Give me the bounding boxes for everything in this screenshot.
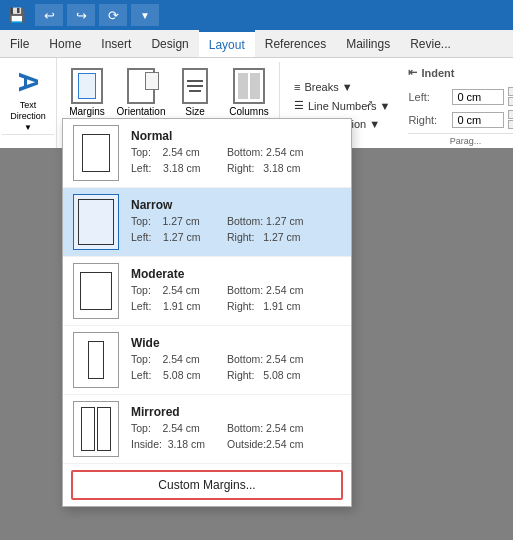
menu-home[interactable]: Home <box>39 30 91 57</box>
margin-details-normal: Normal Top: 2.54 cm Bottom: 2.54 cm Left… <box>131 129 341 177</box>
mirrored-top: Top: 2.54 cm <box>131 421 221 437</box>
indent-right-spinners: ▲ ▼ <box>508 110 513 129</box>
margin-details-wide: Wide Top: 2.54 cm Bottom: 2.54 cm Left: … <box>131 336 341 384</box>
margin-values-narrow: Top: 1.27 cm Bottom: 1.27 cm Left: 1.27 … <box>131 214 341 246</box>
margin-inner-moderate <box>80 272 112 310</box>
page-setup-expand[interactable]: ↗ <box>365 98 373 109</box>
line-numbers-label: Line Numbers ▼ <box>308 100 390 112</box>
normal-right: Right: 3.18 cm <box>227 161 301 177</box>
indent-right-up[interactable]: ▲ <box>508 110 513 119</box>
size-icon <box>182 68 208 104</box>
mirrored-page-right <box>97 407 111 451</box>
margin-icon-wide <box>73 332 119 388</box>
text-direction-button[interactable]: A Text Direction ▼ <box>2 62 54 134</box>
text-direction-group-label <box>2 134 54 136</box>
margin-details-moderate: Moderate Top: 2.54 cm Bottom: 2.54 cm Le… <box>131 267 341 315</box>
narrow-top: Top: 1.27 cm <box>131 214 221 230</box>
indent-left-down[interactable]: ▼ <box>508 97 513 106</box>
indent-icon-left: ⇤ <box>408 66 417 79</box>
margin-option-mirrored[interactable]: Mirrored Top: 2.54 cm Bottom: 2.54 cm In… <box>63 395 351 464</box>
line-numbers-icon: ☰ <box>294 99 304 112</box>
margin-details-narrow: Narrow Top: 1.27 cm Bottom: 1.27 cm Left… <box>131 198 341 246</box>
menu-design[interactable]: Design <box>141 30 198 57</box>
text-direction-icon: A <box>12 66 44 98</box>
margins-label: Margins <box>69 106 105 118</box>
moderate-right: Right: 1.91 cm <box>227 299 301 315</box>
indent-left-row: Left: ▲ ▼ <box>408 87 513 106</box>
margins-dropdown: Normal Top: 2.54 cm Bottom: 2.54 cm Left… <box>62 118 352 507</box>
save-icon[interactable]: 💾 <box>8 7 25 23</box>
indent-left-input[interactable] <box>452 89 504 105</box>
indent-right-label: Right: <box>408 114 448 126</box>
more-button[interactable]: ▼ <box>131 4 159 26</box>
menu-bar: File Home Insert Design Layout Reference… <box>0 30 513 58</box>
line-numbers-button[interactable]: ☰ Line Numbers ▼ <box>288 97 396 114</box>
normal-left: Left: 3.18 cm <box>131 161 221 177</box>
menu-file[interactable]: File <box>0 30 39 57</box>
margin-values-normal: Top: 2.54 cm Bottom: 2.54 cm Left: 3.18 … <box>131 145 341 177</box>
menu-layout[interactable]: Layout <box>199 30 255 57</box>
custom-margins-button[interactable]: Custom Margins... <box>71 470 343 500</box>
indent-label: Indent <box>421 67 454 79</box>
size-label: Size <box>185 106 204 118</box>
narrow-bottom: Bottom: 1.27 cm <box>227 214 303 230</box>
moderate-top: Top: 2.54 cm <box>131 283 221 299</box>
margin-name-wide: Wide <box>131 336 341 350</box>
margin-name-normal: Normal <box>131 129 341 143</box>
undo-button[interactable]: ↩ <box>35 4 63 26</box>
menu-insert[interactable]: Insert <box>91 30 141 57</box>
columns-icon <box>233 68 265 104</box>
breaks-label: Breaks ▼ <box>304 81 352 93</box>
mirrored-inside: Inside: 3.18 cm <box>131 437 221 453</box>
redo-button[interactable]: ↪ <box>67 4 95 26</box>
text-direction-label: Text Direction <box>6 100 50 122</box>
indent-group: ⇤ Indent Left: ▲ ▼ Right: ▲ ▼ Parag... <box>400 62 513 149</box>
margin-option-moderate[interactable]: Moderate Top: 2.54 cm Bottom: 2.54 cm Le… <box>63 257 351 326</box>
mirrored-page-left <box>81 407 95 451</box>
margin-icon-moderate <box>73 263 119 319</box>
wide-bottom: Bottom: 2.54 cm <box>227 352 303 368</box>
moderate-left: Left: 1.91 cm <box>131 299 221 315</box>
menu-mailings[interactable]: Mailings <box>336 30 400 57</box>
indent-right-input[interactable] <box>452 112 504 128</box>
margin-name-moderate: Moderate <box>131 267 341 281</box>
normal-bottom: Bottom: 2.54 cm <box>227 145 303 161</box>
columns-label: Columns <box>229 106 268 118</box>
narrow-right: Right: 1.27 cm <box>227 230 301 246</box>
indent-group-label: Parag... <box>408 133 513 146</box>
margin-details-mirrored: Mirrored Top: 2.54 cm Bottom: 2.54 cm In… <box>131 405 341 453</box>
margin-inner-normal <box>82 134 110 172</box>
title-controls: ↩ ↪ ⟳ ▼ <box>35 4 159 26</box>
orientation-icon <box>127 68 155 104</box>
menu-review[interactable]: Revie... <box>400 30 461 57</box>
text-direction-arrow: ▼ <box>24 123 32 132</box>
mirrored-outside: Outside:2.54 cm <box>227 437 303 453</box>
margin-option-normal[interactable]: Normal Top: 2.54 cm Bottom: 2.54 cm Left… <box>63 119 351 188</box>
margin-values-mirrored: Top: 2.54 cm Bottom: 2.54 cm Inside: 3.1… <box>131 421 341 453</box>
breaks-button[interactable]: ≡ Breaks ▼ <box>288 79 396 95</box>
breaks-icon: ≡ <box>294 81 300 93</box>
margin-inner-wide <box>88 341 104 379</box>
indent-right-down[interactable]: ▼ <box>508 120 513 129</box>
wide-right: Right: 5.08 cm <box>227 368 301 384</box>
margin-icon-mirrored <box>73 401 119 457</box>
indent-left-label: Left: <box>408 91 448 103</box>
text-direction-group: A Text Direction ▼ <box>0 58 57 149</box>
menu-references[interactable]: References <box>255 30 336 57</box>
margin-name-narrow: Narrow <box>131 198 341 212</box>
margin-icon-narrow <box>73 194 119 250</box>
margin-option-narrow[interactable]: Narrow Top: 1.27 cm Bottom: 1.27 cm Left… <box>63 188 351 257</box>
refresh-button[interactable]: ⟳ <box>99 4 127 26</box>
margin-values-moderate: Top: 2.54 cm Bottom: 2.54 cm Left: 1.91 … <box>131 283 341 315</box>
wide-left: Left: 5.08 cm <box>131 368 221 384</box>
orientation-label: Orientation <box>117 106 166 118</box>
margins-icon <box>71 68 103 104</box>
margin-option-wide[interactable]: Wide Top: 2.54 cm Bottom: 2.54 cm Left: … <box>63 326 351 395</box>
indent-left-up[interactable]: ▲ <box>508 87 513 96</box>
margin-values-wide: Top: 2.54 cm Bottom: 2.54 cm Left: 5.08 … <box>131 352 341 384</box>
margin-icon-normal <box>73 125 119 181</box>
narrow-left: Left: 1.27 cm <box>131 230 221 246</box>
indent-right-row: Right: ▲ ▼ <box>408 110 513 129</box>
margin-name-mirrored: Mirrored <box>131 405 341 419</box>
normal-top: Top: 2.54 cm <box>131 145 221 161</box>
